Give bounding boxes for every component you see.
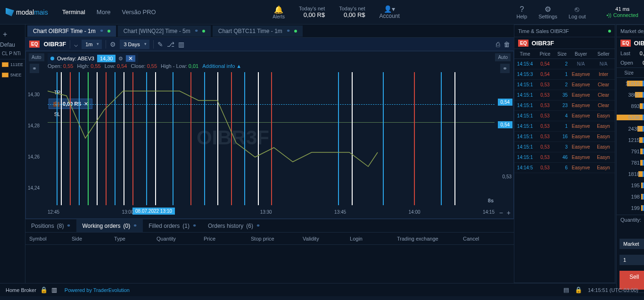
symbol-name[interactable]: OIBR3F: [43, 41, 66, 48]
link-icon[interactable]: ⚭: [194, 28, 198, 34]
chart-canvas[interactable]: Auto ⚭ Auto ⚭ Overlay: ABEV3 14,30 ⚙ ✕ O…: [25, 51, 514, 219]
price-tag: 0,54: [498, 121, 512, 128]
gear-icon: ⚙: [538, 5, 557, 14]
ts-row[interactable]: 14:15:40,542N/AN/A: [514, 59, 615, 69]
depth-row[interactable]: 118160,530,541103: [617, 78, 644, 89]
alerts-button[interactable]: 🔔 Alerts: [272, 5, 285, 19]
ts-row[interactable]: 14:15:10,5335EasynveClear: [514, 90, 615, 100]
close-overlay-button[interactable]: ✕: [126, 55, 135, 62]
orders-col-header[interactable]: Side: [72, 236, 114, 242]
link-icon[interactable]: ⚭: [30, 64, 39, 73]
orders-col-header[interactable]: Stop price: [251, 236, 303, 242]
eq-badge: EQ: [620, 40, 631, 47]
logout-icon: ⎋: [569, 5, 586, 14]
workspace-default[interactable]: Defau: [0, 42, 15, 48]
link-icon[interactable]: ⚭: [133, 223, 137, 229]
menu-pro[interactable]: Versão PRO: [122, 8, 156, 16]
link-icon[interactable]: ⚭: [99, 28, 104, 34]
ts-row[interactable]: 14:15:30,541EasynveInter: [514, 69, 615, 80]
link-icon[interactable]: ⚭: [192, 223, 197, 229]
orders-table-header: SymbolSideTypeQuantityPriceStop priceVal…: [25, 233, 514, 245]
md-stats: Open 0,54 High 0,55: [617, 58, 644, 67]
bottom-tabs: Positions (8)⚭ Working orders (0)⚭ Fille…: [25, 219, 514, 233]
basket-icon[interactable]: 🗑: [504, 41, 510, 48]
qty-input[interactable]: 1: [619, 255, 644, 265]
y-axis-left: 14,30 14,28 14,26 14,24: [28, 80, 46, 204]
depth-row[interactable]: 8930,510,562108: [617, 100, 644, 112]
template-icon[interactable]: ▥: [178, 41, 184, 48]
watchlist-item[interactable]: 111EE: [0, 59, 25, 70]
indicator-icon[interactable]: ⎇: [167, 41, 174, 48]
chart-type-icon[interactable]: ⌵: [74, 41, 78, 48]
orders-col-header[interactable]: Quantity: [157, 236, 204, 242]
ts-row[interactable]: 14:15:10,533EasynveEasyn: [514, 142, 615, 152]
depth-row[interactable]: 7910,470,601064: [617, 146, 644, 157]
chart-tab[interactable]: Chart OIBR3F Time - 1m⚭: [27, 25, 116, 37]
ts-row[interactable]: 14:15:10,5346EasynveEasyn: [514, 152, 615, 163]
auto-scale-left[interactable]: Auto: [29, 53, 44, 61]
orders-col-header[interactable]: Price: [204, 236, 251, 242]
tab-filled-orders[interactable]: Filled orders (1)⚭: [143, 219, 202, 232]
ts-row[interactable]: 14:15:10,5316EasynveEasyn: [514, 132, 615, 142]
range-dropdown[interactable]: 3 Days: [120, 40, 149, 49]
zoom-out-button[interactable]: −: [499, 209, 503, 217]
depth-row[interactable]: 53380,500,571522: [617, 112, 644, 123]
capture-icon[interactable]: ⎙: [496, 41, 500, 48]
symbol-selector[interactable]: EQ OIBR3F: [617, 37, 644, 49]
orders-col-header[interactable]: Validity: [303, 236, 350, 242]
ts-row[interactable]: 14:15:10,534EasynveEasyn: [514, 111, 615, 121]
news-icon[interactable]: ▤: [563, 286, 569, 293]
auto-scale-right[interactable]: Auto: [495, 53, 511, 61]
depth-row[interactable]: 7810,460,611358: [617, 157, 644, 168]
help-button[interactable]: ?Help: [517, 5, 528, 19]
orders-col-header[interactable]: Cancel: [463, 236, 510, 242]
layout-icon[interactable]: ▥: [51, 286, 57, 293]
link-icon[interactable]: ⚭: [256, 223, 260, 229]
order-type-select[interactable]: Market: [619, 239, 644, 249]
orders-col-header[interactable]: Type: [114, 236, 157, 242]
depth-row[interactable]: 18180,450,62607: [617, 168, 644, 180]
additional-info-toggle[interactable]: Additional info ▲: [202, 63, 241, 69]
powered-by-link[interactable]: Powered by TraderEvolution: [65, 287, 130, 293]
chart-tab[interactable]: Chart [WINQ22] Time - 5m⚭: [118, 25, 211, 37]
tab-orders-history[interactable]: Orders history (6)⚭: [202, 219, 266, 232]
watchlist-item[interactable]: 5NEE: [0, 70, 25, 80]
orders-col-header[interactable]: Login: [350, 236, 397, 242]
ts-row[interactable]: 14:14:50,536EasynveEasyn: [514, 163, 615, 173]
depth-row[interactable]: 1950,440,63266: [617, 180, 644, 191]
depth-row[interactable]: 12150,480,59755: [617, 134, 644, 146]
account-button[interactable]: 👤▾ Account: [380, 5, 400, 19]
chart-tab[interactable]: Chart QBTC11 Time - 1m⚭: [213, 25, 303, 37]
menu-more[interactable]: More: [97, 8, 111, 16]
tab-positions[interactable]: Positions (8)⚭: [25, 219, 76, 232]
zoom-in-button[interactable]: +: [507, 209, 511, 217]
depth-row[interactable]: 24350,490,58958: [617, 123, 644, 134]
logout-button[interactable]: ⎋Log out: [569, 5, 586, 19]
tab-working-orders[interactable]: Working orders (0)⚭: [76, 219, 143, 232]
status-dot-icon: [107, 30, 110, 33]
menu-terminal[interactable]: Terminal: [62, 8, 85, 16]
pencil-icon[interactable]: ✎: [157, 41, 163, 48]
ts-row[interactable]: 14:15:10,531EasynveEasyn: [514, 121, 615, 132]
signal-icon: •)): [607, 13, 611, 18]
settings-icon[interactable]: ⚙: [110, 41, 116, 48]
ts-row[interactable]: 14:15:10,532EasynveClear: [514, 80, 615, 90]
clock: 14:15:51 (UTC-03:00): [588, 287, 638, 293]
symbol-selector[interactable]: EQ OIBR3F: [514, 37, 615, 49]
ts-row[interactable]: 14:15:10,5323EasynveClear: [514, 100, 615, 111]
logo-text: modalmais: [16, 8, 48, 16]
depth-row[interactable]: 38670,520,5517690: [617, 89, 644, 100]
depth-row[interactable]: 1990,420,65950: [617, 202, 644, 214]
lock-icon[interactable]: 🔒: [575, 286, 582, 293]
lock-icon[interactable]: 🔒: [40, 286, 48, 293]
orders-col-header[interactable]: Symbol: [29, 236, 72, 242]
gear-icon[interactable]: ⚙: [118, 56, 123, 62]
orders-col-header[interactable]: Trading exchange: [397, 236, 463, 242]
link-icon[interactable]: ⚭: [500, 64, 510, 73]
depth-row[interactable]: 1980,430,64466: [617, 191, 644, 202]
link-icon[interactable]: ⚭: [286, 28, 290, 34]
add-workspace-button[interactable]: +: [3, 30, 12, 40]
timeframe-dropdown[interactable]: 1m: [82, 40, 102, 49]
link-icon[interactable]: ⚭: [66, 223, 71, 229]
settings-button[interactable]: ⚙Settings: [538, 5, 557, 19]
